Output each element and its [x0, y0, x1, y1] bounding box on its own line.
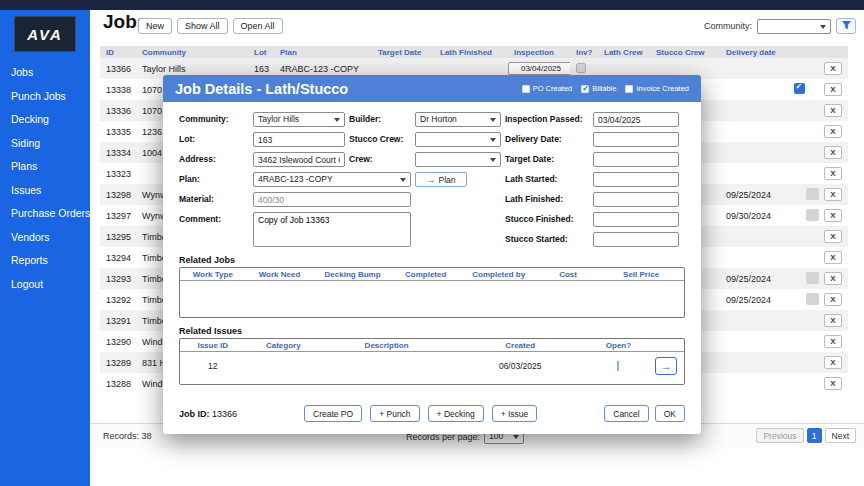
column-header: Lath Crew — [598, 48, 650, 57]
delete-row-button[interactable]: X — [824, 104, 842, 117]
community-select[interactable]: Taylor Hills — [253, 112, 345, 127]
related-jobs-header: Work Type Work Need Decking Bump Complet… — [180, 268, 684, 281]
open-issue-button[interactable]: → — [655, 357, 677, 375]
cell-flag — [784, 356, 822, 369]
cell-lot: 163 — [248, 64, 274, 74]
related-issues-body: 12 06/03/2025 → — [180, 352, 684, 384]
delete-row-button[interactable]: X — [824, 209, 842, 222]
checkbox-icon — [522, 85, 530, 93]
toolbar-button[interactable]: Show All — [177, 18, 228, 34]
delete-row-button[interactable]: X — [824, 314, 842, 327]
address-field[interactable] — [253, 152, 345, 167]
previous-page-button[interactable]: Previous — [756, 428, 803, 443]
delete-row-button[interactable]: X — [824, 83, 842, 96]
sidebar-item[interactable]: Punch Jobs — [0, 85, 90, 109]
delete-row-button[interactable]: X — [824, 125, 842, 138]
current-page-button[interactable]: 1 — [807, 428, 822, 443]
cancel-button[interactable]: Cancel — [604, 405, 648, 422]
filter-button[interactable] — [836, 18, 856, 34]
cell-flag — [784, 251, 822, 264]
sidebar-item[interactable]: Decking — [0, 108, 90, 132]
toolbar-button[interactable]: New — [138, 18, 172, 34]
sidebar-item[interactable]: Logout — [0, 273, 90, 297]
cell-id: 13293 — [100, 274, 136, 284]
cell-delete: X — [822, 188, 848, 201]
inspection-passed-field[interactable] — [593, 112, 679, 127]
delete-row-button[interactable]: X — [824, 167, 842, 180]
row-flag-checkbox[interactable] — [806, 293, 819, 305]
next-page-button[interactable]: Next — [825, 428, 856, 443]
open-checkbox[interactable] — [617, 361, 619, 371]
modal-header-checkbox[interactable]: Billable — [581, 84, 616, 93]
delete-row-button[interactable]: X — [824, 230, 842, 243]
row-flag-checkbox[interactable] — [806, 209, 819, 221]
community-filter-select[interactable] — [757, 19, 831, 34]
column-header: Issue ID — [180, 341, 246, 350]
delete-row-button[interactable]: X — [824, 293, 842, 306]
related-issues-header: Issue ID Category Description Created Op… — [180, 339, 684, 352]
inv-checkbox[interactable] — [576, 63, 586, 73]
sidebar-item[interactable]: Issues — [0, 179, 90, 203]
modal-action-button[interactable]: Create PO — [304, 405, 362, 422]
modal-action-button[interactable]: + Issue — [492, 405, 538, 422]
delete-row-button[interactable]: X — [824, 356, 842, 369]
delete-row-button[interactable]: X — [824, 188, 842, 201]
community-value: Taylor Hills — [258, 114, 299, 124]
sidebar-item[interactable]: Purchase Orders — [0, 202, 90, 226]
related-jobs-table: Work Type Work Need Decking Bump Complet… — [179, 267, 685, 318]
crew-select[interactable] — [415, 152, 501, 167]
cell-community: Taylor Hills — [136, 64, 248, 74]
lath-finished-field[interactable] — [593, 192, 679, 207]
column-header: Open? — [588, 341, 648, 350]
inspection-date-box[interactable]: 03/04/2025 — [508, 62, 570, 75]
cell-open-issue: → — [649, 357, 684, 375]
ok-button[interactable]: OK — [655, 405, 685, 422]
delete-row-button[interactable]: X — [824, 272, 842, 285]
row-flag-checkbox[interactable] — [806, 272, 819, 284]
cell-delete: X — [822, 62, 848, 75]
cell-id: 13289 — [100, 358, 136, 368]
cell-id: 13294 — [100, 253, 136, 263]
cell-delivery-date: 09/30/2024 — [720, 211, 784, 221]
delivery-date-field[interactable] — [593, 132, 679, 147]
sidebar-item[interactable]: Reports — [0, 249, 90, 273]
sidebar-item[interactable]: Jobs — [0, 61, 90, 85]
comment-field[interactable]: Copy of Job 13363 — [253, 212, 411, 247]
builder-select[interactable]: Dr Horton — [415, 112, 501, 127]
row-flag-checkbox[interactable] — [794, 83, 805, 94]
stucco-finished-field[interactable] — [593, 212, 679, 227]
issue-row[interactable]: 12 06/03/2025 → — [180, 354, 684, 378]
column-header: Inv? — [570, 48, 598, 57]
column-header: ID — [100, 48, 136, 57]
cell-id: 13291 — [100, 316, 136, 326]
column-header: Description — [321, 341, 452, 350]
stucco-started-field[interactable] — [593, 232, 679, 247]
target-date-field[interactable] — [593, 152, 679, 167]
modal-action-button[interactable]: + Decking — [428, 405, 484, 422]
sidebar-item[interactable]: Vendors — [0, 226, 90, 250]
sidebar-item[interactable]: Siding — [0, 132, 90, 156]
material-field[interactable] — [253, 192, 411, 207]
material-label: Material: — [179, 192, 249, 207]
delete-row-button[interactable]: X — [824, 377, 842, 390]
plan-select[interactable]: 4RABC-123 -COPY — [253, 172, 411, 187]
cell-id: 13366 — [100, 64, 136, 74]
stucco-crew-select[interactable] — [415, 132, 501, 147]
column-header: Category — [246, 341, 322, 350]
delete-row-button[interactable]: X — [824, 146, 842, 159]
lot-field[interactable] — [253, 132, 345, 147]
modal-header-checkbox[interactable]: PO Created — [522, 84, 573, 93]
job-details-modal: Job Details - Lath/Stucco PO Created Bil… — [163, 75, 701, 434]
lath-started-field[interactable] — [593, 172, 679, 187]
sidebar: AVA Jobs Punch Jobs Decking Siding Plans… — [0, 0, 90, 486]
delete-row-button[interactable]: X — [824, 251, 842, 264]
row-flag-checkbox[interactable] — [806, 188, 819, 200]
toolbar-button[interactable]: Open All — [233, 18, 283, 34]
delete-row-button[interactable]: X — [824, 335, 842, 348]
modal-action-button[interactable]: + Punch — [370, 405, 419, 422]
cell-flag — [784, 314, 822, 327]
open-plan-button[interactable]: → Plan — [415, 172, 467, 187]
sidebar-item[interactable]: Plans — [0, 155, 90, 179]
delete-row-button[interactable]: X — [824, 62, 842, 75]
modal-header-checkbox[interactable]: Invoice Created — [625, 84, 689, 93]
